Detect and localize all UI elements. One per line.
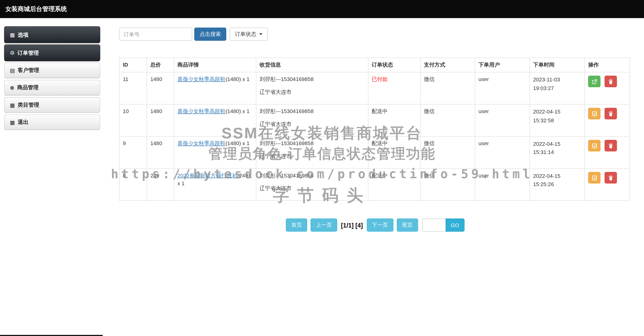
address-line: 辽宁省大连市 [260,185,365,192]
product-link[interactable]: 蔷薇少女秋季高跟鞋 [178,108,226,114]
trash-icon [608,79,613,84]
receiver-line: 刘羿彤---15304169858 [260,76,365,84]
sidebar-item-category-management[interactable]: ▦ 类目管理 [4,97,100,113]
table-header-row: ID 总价 商品详情 收货信息 订单状态 支付方式 下单用户 下单时间 操作 [119,58,630,72]
check-square-icon [592,143,597,148]
order-status-dropdown[interactable]: 订单状态 [230,28,268,41]
pagination: 首页 上一页 [1/1] [4] 下一页 尾页 GO [119,219,630,232]
receiver-line: 刘羿彤---15304169858 [260,108,365,115]
payment-method-cell: 微信 [420,104,475,136]
table-row: 8 249 2022春装新款方领打底衫(249) x 1 刘羿彤---15304… [119,169,630,201]
order-product-cell: 蔷薇少女秋季高跟鞋(1480) x 1 [174,72,256,104]
order-total-cell: 1480 [147,104,174,136]
order-product-cell: 2022春装新款方领打底衫(249) x 1 [174,169,256,201]
order-date: 2023-11-03 [533,76,581,84]
next-page-button[interactable]: 下一页 [367,219,393,232]
sidebar-item-label: 客户管理 [18,67,39,74]
order-time-cell: 2023-11-03 19:03:27 [530,72,584,104]
product-link[interactable]: 蔷薇少女秋季高跟鞋 [178,140,226,146]
page-number-input[interactable] [422,219,446,232]
last-page-button[interactable]: 尾页 [397,219,418,232]
product-quantity-text: (1480) x 1 [226,108,250,114]
order-time-cell: 2022-04-15 15:31:14 [530,136,584,169]
product-quantity-text: (1480) x 1 [226,76,250,83]
order-time: 15:32:58 [533,116,581,124]
order-total-cell: 249 [147,169,174,201]
delete-order-button[interactable] [604,172,617,184]
update-status-button[interactable] [588,140,600,151]
order-actions-cell [584,104,630,136]
order-date: 2022-04-15 [533,172,581,180]
col-header-payment: 支付方式 [420,58,475,72]
order-user-cell: user [475,104,530,136]
col-header-product: 商品详情 [174,58,256,72]
delete-order-button[interactable] [604,76,617,87]
trash-icon [608,111,613,116]
ship-order-button[interactable] [588,76,600,87]
sidebar-item-label: 类目管理 [18,101,39,109]
order-address-cell: 刘羿彤---15304169858 辽宁省大连市 [256,169,368,201]
order-status: 配送中 [372,173,388,179]
categories-icon: ▦ [10,102,15,108]
order-date: 2022-04-15 [533,140,581,148]
order-actions-cell [584,136,630,169]
first-page-button[interactable]: 首页 [286,219,308,232]
order-number-input[interactable] [119,28,192,41]
gear-icon: ⚙ [10,50,14,56]
grid-icon: ▦ [10,32,15,38]
delete-order-button[interactable] [604,140,617,151]
order-user-cell: user [475,72,530,104]
prev-page-button[interactable]: 上一页 [310,219,337,232]
order-actions-cell [584,72,630,104]
sidebar-item-product-management[interactable]: ⊕ 商品管理 [4,80,100,95]
address-line: 辽宁省大连市 [260,152,365,160]
order-id-cell: 10 [119,104,147,136]
sidebar-item-order-management[interactable]: ⚙ 订单管理 [4,45,100,61]
sidebar-item-options[interactable]: ▦ 选项 [4,26,100,43]
order-status: 配送中 [372,140,388,146]
trash-icon [608,175,613,181]
order-status: 已付款 [372,76,388,83]
page-info: [1/1] [4] [341,222,363,229]
product-link[interactable]: 2022春装新款方领打底衫 [178,173,237,179]
address-line: 辽宁省大连市 [260,120,365,128]
order-id-cell: 9 [119,136,147,169]
receiver-line: 刘羿彤---15304169858 [260,172,365,180]
order-status-cell: 配送中 [368,136,420,169]
top-navbar: 女装商城后台管理系统 [0,0,644,18]
app-title: 女装商城后台管理系统 [0,0,67,18]
update-status-button[interactable] [588,108,600,119]
update-status-button[interactable] [588,172,600,184]
sidebar-item-label: 商品管理 [17,84,38,91]
order-address-cell: 刘羿彤---15304169858 辽宁省大连市 [256,136,368,169]
sidebar-item-label: 退出 [18,118,28,126]
order-toolbar: 点击搜索 订单状态 [119,28,630,41]
check-square-icon [592,111,597,116]
col-header-address: 收货信息 [256,58,368,72]
order-product-cell: 蔷薇少女秋季高跟鞋(1480) x 1 [174,136,256,169]
app-window: 女装商城后台管理系统 ▦ 选项 ⚙ 订单管理 ▤ 客户管理 ⊕ 商品管理 ▦ 类… [0,0,644,336]
product-link[interactable]: 蔷薇少女秋季高跟鞋 [178,76,226,83]
address-line: 辽宁省大连市 [260,88,365,96]
order-id-cell: 11 [119,72,147,104]
check-square-icon [592,175,597,181]
col-header-total: 总价 [147,58,174,72]
order-address-cell: 刘羿彤---15304169858 辽宁省大连市 [256,104,368,136]
globe-icon: ⊕ [10,85,14,90]
search-button[interactable]: 点击搜索 [194,28,226,41]
sidebar-item-logout[interactable]: ▦ 退出 [4,114,100,130]
sidebar-item-customer-management[interactable]: ▤ 客户管理 [4,63,100,78]
order-table: ID 总价 商品详情 收货信息 订单状态 支付方式 下单用户 下单时间 操作 1… [119,58,630,201]
order-time: 15:31:14 [533,148,581,156]
go-button[interactable]: GO [446,219,464,232]
order-status-cell: 配送中 [368,169,420,201]
table-row: 9 1480 蔷薇少女秋季高跟鞋(1480) x 1 刘羿彤---1530416… [119,136,630,169]
table-row: 11 1480 蔷薇少女秋季高跟鞋(1480) x 1 刘羿彤---153041… [119,72,630,104]
order-table-body: 11 1480 蔷薇少女秋季高跟鞋(1480) x 1 刘羿彤---153041… [119,72,630,201]
order-total-cell: 1480 [147,72,174,104]
order-actions-cell [584,169,630,201]
col-header-status: 订单状态 [368,58,420,72]
payment-method-cell: 微信 [420,169,475,201]
delete-order-button[interactable] [604,108,617,119]
order-status-dropdown-label: 订单状态 [235,31,256,38]
